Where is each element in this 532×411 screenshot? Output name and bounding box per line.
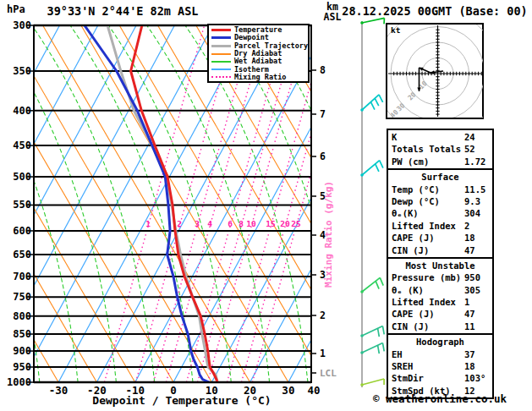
table-row: θₑ(K)304 xyxy=(392,207,492,219)
legend: TemperatureDewpointParcel TrajectoryDry … xyxy=(207,24,310,83)
pressure-tick-label: 650 xyxy=(13,249,31,260)
table-row-value: 305 xyxy=(464,284,480,296)
pressure-tick-label: 600 xyxy=(13,225,31,237)
parcel-trajectory-curve xyxy=(107,25,217,382)
height-tick-label: 2 xyxy=(320,310,326,321)
table-row-label: CAPE (J) xyxy=(392,233,435,243)
pressure-tick-label: 750 xyxy=(13,291,31,303)
table-row-value: 950 xyxy=(464,271,480,283)
table-row: K24 xyxy=(392,131,492,143)
table-row: CAPE (J)47 xyxy=(392,308,492,320)
pressure-tick-label: 450 xyxy=(13,140,31,151)
table-row-value: 24 xyxy=(464,131,475,143)
table-section: K24Totals Totals52PW (cm)1.72 xyxy=(387,129,494,170)
table-row-label: CAPE (J) xyxy=(392,309,435,319)
table-row-value: 11.5 xyxy=(464,184,485,195)
indices-table: K24Totals Totals52PW (cm)1.72SurfaceTemp… xyxy=(387,129,494,399)
table-row-value: 304 xyxy=(464,207,480,219)
table-row: Lifted Index1 xyxy=(392,296,492,308)
table-row-label: Pressure (mb) xyxy=(392,272,461,282)
table-row-label: θₑ (K) xyxy=(392,285,424,295)
table-row-label: CIN (J) xyxy=(392,321,429,332)
wind-barb-staff xyxy=(362,18,384,23)
legend-item-label: Mixing Ratio xyxy=(234,74,286,81)
table-row-value: 18 xyxy=(464,360,475,372)
table-row-value: 18 xyxy=(464,232,475,244)
wind-barb-tick xyxy=(380,277,383,285)
wind-barb-tick xyxy=(375,98,379,106)
legend-line-sample xyxy=(211,36,231,39)
pressure-tick-label: 400 xyxy=(13,105,31,117)
wind-barb-staff xyxy=(362,379,384,385)
table-row: EH37 xyxy=(392,348,492,360)
table-row-label: EH xyxy=(392,349,403,359)
mixing-ratio-value-label: 6 xyxy=(228,219,233,228)
table-row: StmDir103° xyxy=(392,372,492,384)
mixing-ratio-value-label: 15 xyxy=(266,219,276,228)
mixing-ratio-value-label: 20 xyxy=(280,219,290,228)
pressure-tick-label: 350 xyxy=(13,65,31,77)
lcl-marker-label: LCL xyxy=(320,368,337,379)
pressure-tick-label: 300 xyxy=(13,19,31,31)
table-row-value: 52 xyxy=(464,143,475,155)
table-row-value: 37 xyxy=(464,348,475,360)
pressure-tick-label: 1000 xyxy=(7,376,31,388)
temperature-curve xyxy=(131,25,218,382)
table-row: Temp (°C)11.5 xyxy=(392,184,492,195)
table-row: SREH18 xyxy=(392,360,492,372)
temperature-axis-label: Dewpoint / Temperature (°C) xyxy=(34,394,330,407)
table-row: CIN (J)47 xyxy=(392,244,492,256)
table-row-value: 2 xyxy=(464,220,469,232)
mixing-ratio-value-label: 8 xyxy=(239,219,244,228)
legend-item: Mixing Ratio xyxy=(211,74,308,81)
legend-line-sample xyxy=(211,29,231,31)
table-row: Pressure (mb)950 xyxy=(392,271,492,283)
table-row: Dewp (°C)9.3 xyxy=(392,195,492,207)
table-row-value: 1 xyxy=(464,296,469,308)
table-section: SurfaceTemp (°C)11.5Dewp (°C)9.3θₑ(K)304… xyxy=(387,168,494,259)
table-row-label: Totals Totals xyxy=(392,144,461,154)
wind-barb-tick xyxy=(378,328,380,337)
wind-barb-column xyxy=(360,18,384,387)
table-row: Lifted Index2 xyxy=(392,220,492,232)
mixing-ratio-value-label: 25 xyxy=(291,219,301,228)
hodograph-unit-label: kt xyxy=(391,25,400,35)
table-row-label: StmDir xyxy=(392,373,424,383)
mixing-ratio-value-label: 10 xyxy=(246,219,256,228)
height-tick-label: 6 xyxy=(320,151,326,162)
mixing-ratio-value-label: 3 xyxy=(195,219,200,228)
pressure-tick-label: 850 xyxy=(13,328,31,340)
table-row: CIN (J)11 xyxy=(392,321,492,332)
table-row-value: 1.72 xyxy=(464,156,485,167)
isotherm-line xyxy=(20,25,213,382)
legend-line-sample xyxy=(211,61,231,63)
wind-barb-tick xyxy=(382,343,384,352)
pressure-tick-label: 500 xyxy=(13,171,31,183)
table-row-value: 103° xyxy=(464,372,485,384)
copyright-credit: © weatheronline.co.uk xyxy=(373,392,507,405)
mixing-ratio-value-label: 1 xyxy=(145,219,151,228)
mixing-ratio-value-label: 4 xyxy=(207,219,212,228)
pressure-tick-label: 700 xyxy=(13,271,31,282)
pressure-tick-label: 900 xyxy=(13,345,31,357)
wind-barb-tick xyxy=(378,345,380,353)
table-section-header: Hodograph xyxy=(392,336,492,348)
table-row-label: K xyxy=(392,132,397,142)
table-row-label: Lifted Index xyxy=(392,297,456,307)
mixing-ratio-axis-label: Mixing Ratio (g/kg) xyxy=(323,181,334,288)
table-row-label: SREH xyxy=(392,361,413,371)
table-row: PW (cm)1.72 xyxy=(392,156,492,167)
table-row-label: θₑ(K) xyxy=(392,208,419,218)
wind-barb-tick xyxy=(370,102,375,110)
legend-line-sample xyxy=(211,53,231,55)
mixing-ratio-value-label: 2 xyxy=(177,219,182,228)
table-row-label: Temp (°C) xyxy=(392,184,440,195)
pressure-tick-label: 800 xyxy=(13,310,31,322)
table-row-label: CIN (J) xyxy=(392,245,429,255)
pressure-tick-label: 550 xyxy=(13,199,31,211)
pressure-axis: 3003504004505005506006507007508008509009… xyxy=(7,19,34,388)
legend-line-sample xyxy=(211,45,231,47)
legend-line-sample xyxy=(211,76,231,78)
wind-barb-tick xyxy=(380,161,383,168)
table-row: θₑ (K)305 xyxy=(392,284,492,296)
